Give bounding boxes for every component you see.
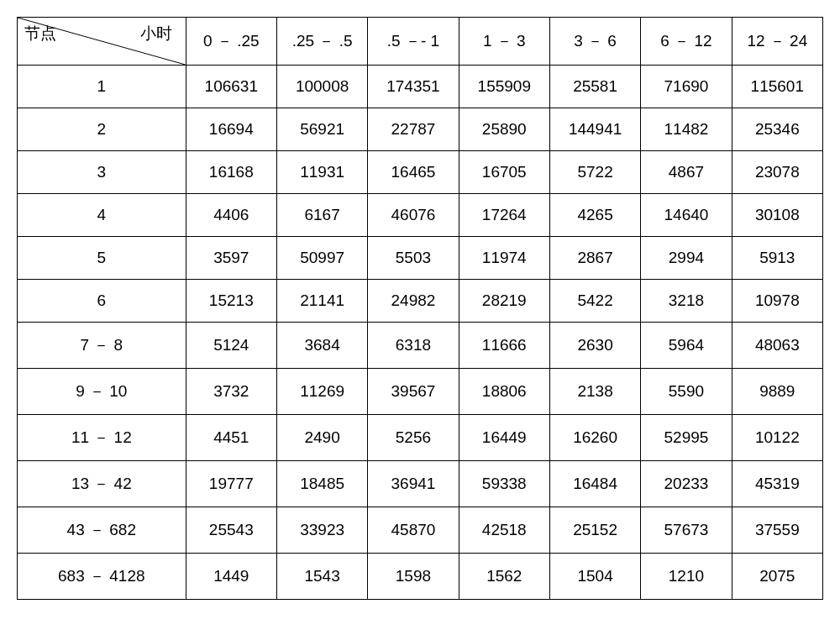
table-cell: 22787 [368,108,459,151]
table-cell: 25581 [549,66,640,108]
table-cell: 25346 [732,108,822,151]
table-cell: 5964 [641,323,732,369]
table-cell: 59338 [459,461,549,507]
table-cell: 56921 [276,108,367,151]
table-cell: 115601 [732,66,822,108]
table-cell: 18485 [276,461,367,507]
table-cell: 5590 [641,369,732,415]
corner-col-label: 小时 [140,23,172,45]
row-label: 683 － 4128 [18,554,186,600]
table-cell: 10122 [732,415,822,461]
data-table: 节点 小时 0 － .25 .25 － .5 .5 －- 1 1 － 3 3 －… [17,17,823,600]
table-cell: 16484 [549,461,640,507]
table-cell: 2867 [549,237,640,280]
table-cell: 52995 [641,415,732,461]
table-cell: 4406 [186,194,276,237]
table-cell: 3218 [641,280,732,323]
table-row: 7 － 8512436846318116662630596448063 [18,323,823,369]
row-label: 13 － 42 [18,461,186,507]
table-cell: 42518 [459,507,549,554]
table-cell: 2630 [549,323,640,369]
col-header: .5 －- 1 [368,18,459,66]
table-cell: 16694 [186,108,276,151]
col-header: .25 － .5 [276,18,367,66]
table-cell: 14640 [641,194,732,237]
row-label: 3 [18,151,186,194]
table-cell: 4451 [186,415,276,461]
table-cell: 57673 [641,507,732,554]
table-row: 11 － 1244512490525616449162605299510122 [18,415,823,461]
table-cell: 16260 [549,415,640,461]
table-header-row: 节点 小时 0 － .25 .25 － .5 .5 －- 1 1 － 3 3 －… [18,18,823,66]
table-cell: 15213 [186,280,276,323]
table-row: 2166945692122787258901449411148225346 [18,108,823,151]
table-cell: 25152 [549,507,640,554]
table-cell: 6318 [368,323,459,369]
table-cell: 16449 [459,415,549,461]
table-cell: 144941 [549,108,640,151]
table-cell: 46076 [368,194,459,237]
table-cell: 5422 [549,280,640,323]
row-label: 5 [18,237,186,280]
col-header: 1 － 3 [459,18,549,66]
table-row: 43 － 68225543339234587042518251525767337… [18,507,823,554]
table-cell: 50997 [276,237,367,280]
table-cell: 20233 [641,461,732,507]
table-cell: 23078 [732,151,822,194]
table-cell: 1543 [276,554,367,600]
table-row: 5359750997550311974286729945913 [18,237,823,280]
col-header: 6 － 12 [641,18,732,66]
table-cell: 4867 [641,151,732,194]
table-cell: 17264 [459,194,549,237]
corner-header: 节点 小时 [18,18,186,66]
row-label: 9 － 10 [18,369,186,415]
row-label: 6 [18,280,186,323]
table-cell: 45319 [732,461,822,507]
table-cell: 28219 [459,280,549,323]
table-cell: 9889 [732,369,822,415]
row-label: 7 － 8 [18,323,186,369]
col-header: 12 － 24 [732,18,822,66]
table-cell: 174351 [368,66,459,108]
table-cell: 3684 [276,323,367,369]
table-row: 9 － 103732112693956718806213855909889 [18,369,823,415]
table-cell: 106631 [186,66,276,108]
table-cell: 71690 [641,66,732,108]
row-label: 43 － 682 [18,507,186,554]
row-label: 4 [18,194,186,237]
table-cell: 48063 [732,323,822,369]
table-cell: 11269 [276,369,367,415]
table-cell: 11666 [459,323,549,369]
table-cell: 5913 [732,237,822,280]
table-cell: 10978 [732,280,822,323]
table-cell: 11482 [641,108,732,151]
table-body: 1106631100008174351155909255817169011560… [18,66,823,600]
table-cell: 30108 [732,194,822,237]
table-cell: 2490 [276,415,367,461]
table-cell: 5722 [549,151,640,194]
table-cell: 4265 [549,194,640,237]
table-cell: 11974 [459,237,549,280]
table-cell: 2138 [549,369,640,415]
table-cell: 1562 [459,554,549,600]
table-row: 1106631100008174351155909255817169011560… [18,66,823,108]
table-cell: 16465 [368,151,459,194]
table-cell: 1504 [549,554,640,600]
row-label: 2 [18,108,186,151]
row-label: 11 － 12 [18,415,186,461]
table-cell: 25890 [459,108,549,151]
table-cell: 3597 [186,237,276,280]
table-row: 683 － 41281449154315981562150412102075 [18,554,823,600]
table-cell: 155909 [459,66,549,108]
table-cell: 39567 [368,369,459,415]
table-cell: 1598 [368,554,459,600]
table-cell: 6167 [276,194,367,237]
table-row: 3161681193116465167055722486723078 [18,151,823,194]
table-cell: 2075 [732,554,822,600]
table-cell: 5124 [186,323,276,369]
table-row: 6152132114124982282195422321810978 [18,280,823,323]
table-cell: 11931 [276,151,367,194]
table-cell: 24982 [368,280,459,323]
col-header: 0 － .25 [186,18,276,66]
table-cell: 21141 [276,280,367,323]
